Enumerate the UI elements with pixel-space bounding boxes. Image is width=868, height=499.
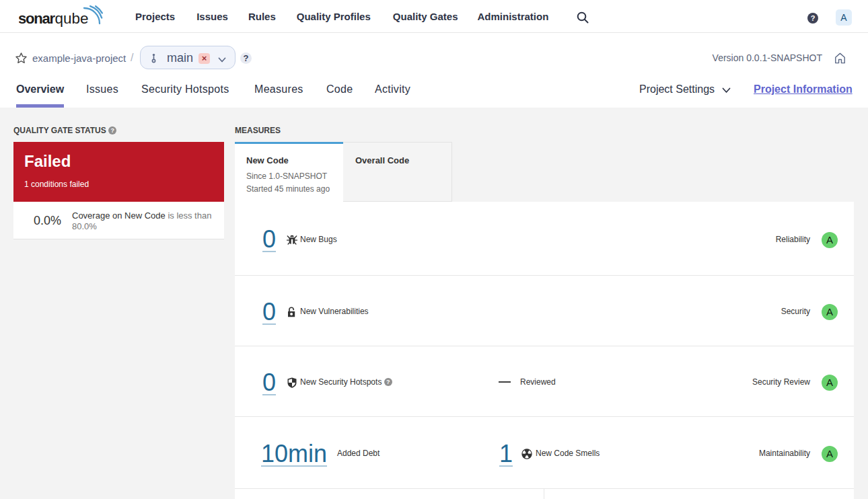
svg-text:sonar: sonar: [19, 10, 56, 27]
svg-text:qube: qube: [55, 10, 89, 27]
